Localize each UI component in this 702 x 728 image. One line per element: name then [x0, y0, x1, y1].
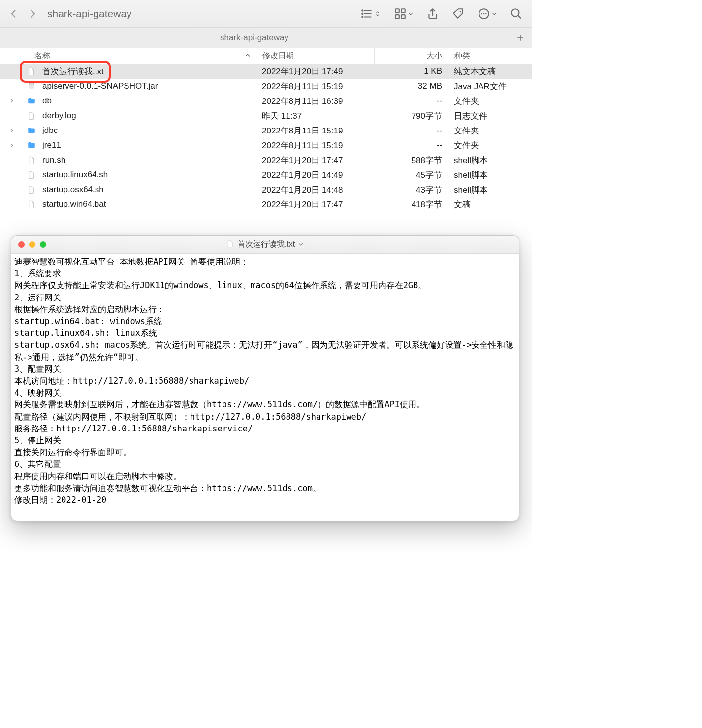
new-tab-button[interactable] [509, 28, 532, 48]
file-row[interactable]: derby.log昨天 11:37790字节日志文件 [0, 108, 532, 123]
view-mode-button[interactable] [360, 7, 381, 20]
file-date: 2022年8月11日 15:19 [256, 140, 374, 151]
file-name: 首次运行读我.txt [42, 66, 104, 77]
file-name: db [42, 96, 52, 106]
file-row[interactable]: jdbc2022年8月11日 15:19--文件夹 [0, 123, 532, 138]
file-date: 2022年8月11日 15:19 [256, 81, 374, 92]
file-row[interactable]: startup.linux64.sh2022年1月20日 14:4945字节sh… [0, 167, 532, 182]
shell-icon [27, 170, 36, 180]
tab-label: shark-api-gateway [220, 33, 288, 43]
column-header-date[interactable]: 修改日期 [256, 48, 374, 64]
file-kind: shell脚本 [448, 155, 532, 166]
document-body[interactable]: 迪赛智慧数可视化互动平台 本地数据API网关 简要使用说明： 1、系统要求 网关… [11, 254, 519, 521]
window-minimize-button[interactable] [29, 241, 35, 248]
file-date: 2022年1月20日 14:48 [256, 184, 374, 196]
file-row[interactable]: startup.win64.bat2022年1月20日 17:47418字节文稿 [0, 197, 532, 212]
file-size: 45字节 [374, 169, 448, 181]
file-size: 418字节 [374, 199, 448, 210]
file-date: 2022年1月20日 17:49 [256, 66, 374, 77]
file-name: jre11 [42, 140, 61, 150]
file-date: 2022年1月20日 14:49 [256, 169, 374, 181]
file-date: 昨天 11:37 [256, 110, 374, 122]
file-date: 2022年8月11日 15:19 [256, 125, 374, 136]
file-row[interactable]: db2022年8月11日 16:39--文件夹 [0, 94, 532, 108]
column-header-name[interactable]: 名称 [0, 48, 256, 64]
file-row[interactable]: startup.osx64.sh2022年1月20日 14:4843字节shel… [0, 182, 532, 197]
title-menu-chevron-icon [298, 240, 304, 249]
file-kind: 文件夹 [448, 125, 532, 136]
shell-icon [27, 185, 36, 195]
search-button[interactable] [510, 7, 523, 20]
file-kind: shell脚本 [448, 184, 532, 196]
disclosure-triangle-icon[interactable] [9, 99, 15, 103]
finder-tabbar: shark-api-gateway [0, 28, 532, 48]
file-size: 1 KB [374, 66, 448, 76]
file-name: apiserver-0.0.1-SNAPSHOT.jar [42, 81, 158, 91]
finder-window: shark-api-gateway shark-api-gateway 名称 [0, 0, 532, 212]
shell-icon [27, 155, 36, 165]
file-kind: Java JAR文件 [448, 81, 532, 92]
file-kind: shell脚本 [448, 169, 532, 181]
back-button[interactable] [9, 9, 19, 19]
file-name: jdbc [42, 126, 58, 135]
file-row[interactable]: run.sh2022年1月20日 17:47588字节shell脚本 [0, 153, 532, 167]
folder-icon [27, 140, 36, 150]
file-kind: 纯文本文稿 [448, 66, 532, 77]
tags-button[interactable] [452, 7, 465, 20]
document-icon [226, 240, 234, 250]
file-size: -- [374, 140, 448, 150]
folder-icon [27, 96, 36, 106]
file-kind: 文稿 [448, 199, 532, 210]
folder-icon [27, 126, 36, 135]
window-close-button[interactable] [18, 241, 25, 248]
file-kind: 文件夹 [448, 96, 532, 107]
column-header-size[interactable]: 大小 [374, 48, 448, 64]
file-size: 43字节 [374, 184, 448, 196]
textedit-window: 首次运行读我.txt 迪赛智慧数可视化互动平台 本地数据API网关 简要使用说明… [11, 235, 519, 521]
textedit-titlebar[interactable]: 首次运行读我.txt [11, 236, 519, 254]
txt-icon [27, 66, 36, 76]
file-row[interactable]: jre112022年8月11日 15:19--文件夹 [0, 138, 532, 153]
more-actions-button[interactable] [478, 7, 497, 20]
share-button[interactable] [426, 7, 439, 20]
file-size: -- [374, 126, 448, 135]
file-name: derby.log [42, 111, 76, 121]
bat-icon [27, 199, 36, 209]
sort-indicator-icon [244, 52, 251, 61]
finder-toolbar: shark-api-gateway [0, 0, 532, 28]
file-date: 2022年1月20日 17:47 [256, 155, 374, 166]
file-name: run.sh [42, 155, 65, 165]
file-name: startup.linux64.sh [42, 170, 108, 180]
file-list: 首次运行读我.txt2022年1月20日 17:491 KB纯文本文稿apise… [0, 64, 532, 212]
window-zoom-button[interactable] [40, 241, 46, 248]
file-kind: 文件夹 [448, 140, 532, 151]
column-headers: 名称 修改日期 大小 种类 [0, 48, 532, 64]
file-row[interactable]: apiserver-0.0.1-SNAPSHOT.jar2022年8月11日 1… [0, 79, 532, 94]
column-header-kind[interactable]: 种类 [448, 48, 532, 64]
file-size: -- [374, 96, 448, 106]
log-icon [27, 111, 36, 121]
file-date: 2022年8月11日 16:39 [256, 96, 374, 107]
window-title: shark-api-gateway [47, 8, 356, 20]
disclosure-triangle-icon[interactable] [9, 128, 15, 133]
finder-tab[interactable]: shark-api-gateway [0, 28, 509, 48]
file-row[interactable]: 首次运行读我.txt2022年1月20日 17:491 KB纯文本文稿 [0, 64, 532, 79]
file-date: 2022年1月20日 17:47 [256, 199, 374, 210]
document-title: 首次运行读我.txt [237, 239, 295, 250]
file-name: startup.osx64.sh [42, 185, 104, 195]
file-name: startup.win64.bat [42, 199, 106, 209]
file-kind: 日志文件 [448, 110, 532, 122]
disclosure-triangle-icon[interactable] [9, 143, 15, 148]
jar-icon [27, 81, 36, 91]
group-by-button[interactable] [394, 7, 414, 20]
forward-button[interactable] [28, 9, 37, 19]
file-size: 790字节 [374, 110, 448, 122]
file-size: 588字节 [374, 155, 448, 166]
file-size: 32 MB [374, 81, 448, 91]
